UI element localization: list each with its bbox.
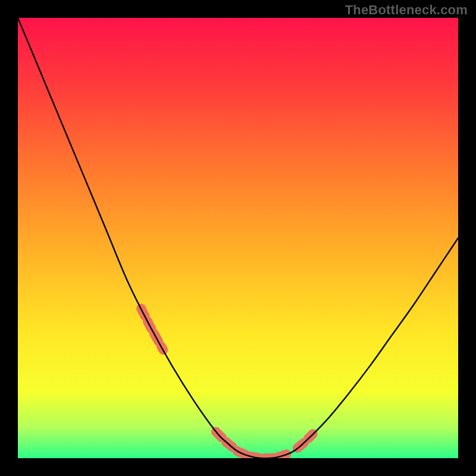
plot-background bbox=[18, 18, 458, 458]
bottleneck-chart: TheBottleneck.com bbox=[0, 0, 476, 476]
chart-svg bbox=[0, 0, 476, 476]
watermark-label: TheBottleneck.com bbox=[345, 2, 468, 18]
